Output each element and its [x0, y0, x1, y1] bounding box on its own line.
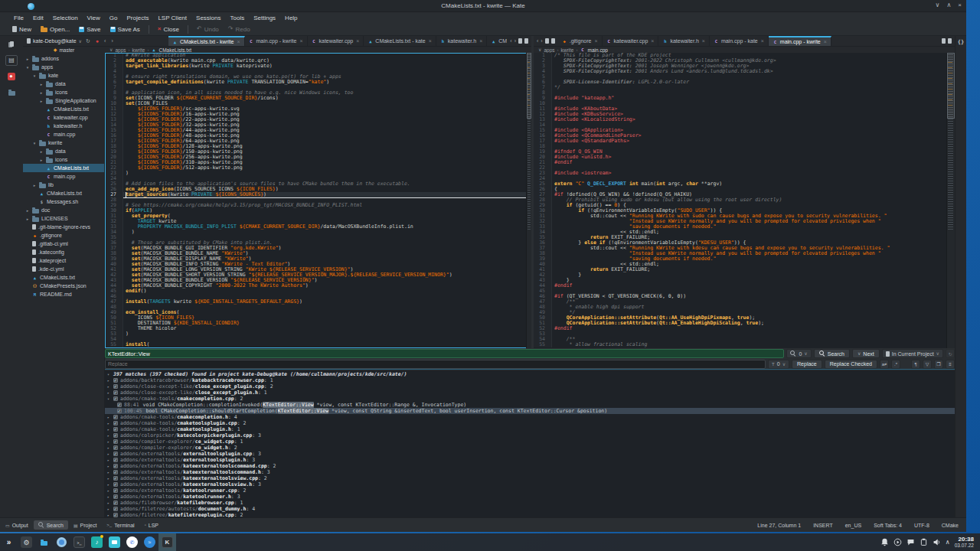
fold-marker[interactable]: [119, 128, 123, 133]
documents-list-toolview-button[interactable]: ▤: [5, 55, 18, 66]
close-tab-icon[interactable]: ×: [356, 38, 359, 44]
fold-marker[interactable]: [548, 149, 552, 155]
close-tab-icon[interactable]: ×: [299, 38, 302, 44]
fold-marker[interactable]: [119, 289, 123, 294]
line-number[interactable]: 2: [105, 58, 119, 64]
fold-marker[interactable]: [119, 219, 123, 224]
status-segment-2[interactable]: en_US: [845, 523, 861, 528]
fold-marker[interactable]: [548, 272, 552, 278]
breadcrumb-item[interactable]: CMakeLists.txt: [159, 47, 192, 53]
result-expander[interactable]: ▸: [107, 506, 111, 512]
result-expander[interactable]: ▸: [107, 426, 111, 432]
menu-sessions[interactable]: Sessions: [192, 14, 224, 22]
expand-results-icon[interactable]: ❐: [934, 360, 943, 369]
fold-marker[interactable]: [548, 106, 552, 112]
fold-marker[interactable]: [119, 267, 123, 272]
fold-marker[interactable]: [119, 144, 123, 149]
tree-item-singleapplication[interactable]: ▸SingleApplication: [23, 96, 104, 105]
tree-expander[interactable]: ▸: [25, 57, 30, 61]
fold-marker[interactable]: [548, 155, 552, 160]
left-editor[interactable]: 1# KWrite application2add_executable(kwr…: [105, 53, 531, 348]
tree-expander[interactable]: ▾: [32, 73, 37, 78]
toolview-search-button[interactable]: Search: [34, 520, 68, 530]
result-expander[interactable]: ▸: [107, 432, 111, 439]
status-segment-3[interactable]: Soft Tabs: 4: [874, 523, 902, 528]
fold-marker[interactable]: [548, 251, 552, 256]
tree-item-katewaiter.h[interactable]: hkatewaiter.h: [23, 122, 104, 130]
menu-settings[interactable]: Settings: [250, 14, 279, 22]
checkbox-checked-icon[interactable]: [113, 378, 118, 383]
close-tab-icon[interactable]: ×: [594, 38, 597, 44]
tree-expander[interactable]: ▸: [39, 82, 44, 86]
right-tab-0[interactable]: ◆.gitignore×: [558, 36, 603, 46]
fold-marker[interactable]: [119, 90, 123, 96]
maximize-icon[interactable]: ∧: [946, 2, 951, 8]
result-expander[interactable]: ▸: [107, 457, 111, 463]
search-history-combo[interactable]: 0 ∨: [786, 349, 811, 358]
fold-marker[interactable]: [548, 310, 552, 315]
tree-item-cmakelists.txt[interactable]: ▲CMakeLists.txt: [23, 189, 104, 197]
minimap-viewport[interactable]: [947, 53, 955, 119]
fold-marker[interactable]: [119, 187, 123, 192]
fold-marker[interactable]: [119, 106, 123, 112]
checkbox-checked-icon[interactable]: [113, 452, 118, 456]
result-file-row[interactable]: ▸addons/close-except-like/close_except_p…: [105, 383, 955, 390]
taskbar-kate[interactable]: K: [158, 533, 176, 551]
result-match-row[interactable]: 100:45bool CMakeCompletion::shouldStartC…: [105, 408, 955, 414]
result-file-row[interactable]: ▸addons/externaltools/katetoolrunner.h: …: [105, 494, 955, 500]
line-number[interactable]: 5: [105, 74, 119, 80]
fold-marker[interactable]: [548, 122, 552, 128]
collapse-results-icon[interactable]: ≡: [946, 360, 955, 369]
fold-marker[interactable]: [548, 192, 552, 197]
result-file-row[interactable]: ▸addons/compiler-explorer/ce_widget.h: 2: [105, 445, 955, 451]
tree-item-cmakelists.txt[interactable]: ▲CMakeLists.txt: [23, 105, 104, 113]
chevron-down-icon[interactable]: ∨: [109, 47, 113, 52]
reload-icon[interactable]: ↻: [84, 38, 92, 44]
tree-item-apps[interactable]: ▾apps: [23, 63, 104, 71]
line-number[interactable]: 6: [534, 80, 548, 85]
result-expander[interactable]: ▸: [107, 377, 111, 383]
fold-marker[interactable]: [548, 181, 552, 187]
scrollbar-minimap[interactable]: [526, 53, 531, 348]
fold-marker[interactable]: [119, 139, 123, 144]
fold-marker[interactable]: [119, 112, 123, 117]
fold-marker[interactable]: [548, 69, 552, 74]
fold-marker[interactable]: [548, 294, 552, 299]
new-document-icon[interactable]: [518, 38, 522, 44]
result-expander[interactable]: ▾: [107, 396, 111, 402]
toolview-project-button[interactable]: ▤Project: [69, 520, 101, 530]
checkbox-checked-icon[interactable]: [113, 458, 118, 462]
fold-marker[interactable]: [548, 262, 552, 267]
result-file-row[interactable]: ▸addons/cmake-tools/cmakecompletion.h: 4: [105, 414, 955, 420]
close-icon[interactable]: ×: [958, 2, 962, 8]
fold-marker[interactable]: [548, 74, 552, 80]
right-tab-3[interactable]: Cmain.cpp - kate×: [710, 36, 769, 46]
menu-view[interactable]: View: [83, 14, 104, 22]
result-file-row[interactable]: ▸addons/externaltools/katetoolrunner.cpp…: [105, 487, 955, 494]
close-button[interactable]: ×Close: [155, 24, 182, 34]
checkbox-checked-icon[interactable]: [113, 488, 118, 493]
fold-marker[interactable]: [119, 85, 123, 90]
left-tab-4[interactable]: hkatewaiter.h×: [436, 36, 487, 46]
checkbox-checked-icon[interactable]: [113, 415, 118, 419]
fold-marker[interactable]: [119, 208, 123, 214]
line-number[interactable]: 8: [105, 90, 119, 96]
fold-marker[interactable]: [548, 208, 552, 214]
fold-marker[interactable]: [548, 299, 552, 305]
tree-item-icons[interactable]: ▸icons: [23, 155, 104, 164]
tree-item-.kateconfig[interactable]: .kateconfig: [23, 248, 104, 256]
result-file-row[interactable]: ▸addons/close-except-like/close_except_p…: [105, 390, 955, 396]
checkbox-checked-icon[interactable]: [113, 500, 118, 505]
tree-expander[interactable]: ▸: [39, 158, 44, 162]
fold-marker[interactable]: [548, 90, 552, 96]
fold-marker[interactable]: [548, 246, 552, 251]
back-icon[interactable]: ‹: [103, 38, 107, 44]
fold-marker[interactable]: [119, 192, 123, 197]
tree-item-.gitignore[interactable]: ◆.gitignore: [23, 231, 104, 240]
result-match-row[interactable]: 88:41void CMakeCompletion::completionInv…: [105, 402, 955, 408]
result-expander[interactable]: ▸: [107, 494, 111, 500]
fold-marker[interactable]: [119, 256, 123, 262]
line-number[interactable]: 4: [105, 69, 119, 74]
fold-marker[interactable]: [548, 283, 552, 289]
toolview-output-button[interactable]: ▭Output: [1, 520, 33, 530]
